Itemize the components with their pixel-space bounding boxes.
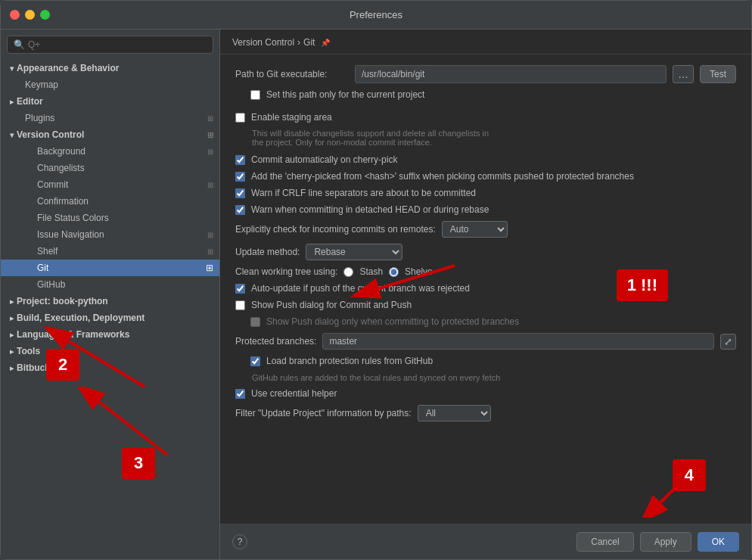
shelve-radio[interactable] [389, 267, 399, 277]
update-method-dropdown[interactable]: Rebase Merge Branch Default [306, 244, 402, 260]
show-push-protected-checkbox[interactable] [250, 317, 260, 327]
protected-branches-input[interactable] [322, 333, 714, 350]
sidebar-item-git[interactable]: Git ⊞ [1, 260, 219, 276]
filter-update-label: Filter "Update Project" information by p… [235, 408, 412, 418]
sidebar-item-languages[interactable]: ▸Languages & Frameworks [1, 326, 219, 343]
background-icon: ⊞ [207, 148, 213, 156]
bottom-bar: ? Cancel Apply OK [220, 524, 751, 559]
ok-button[interactable]: OK [698, 532, 739, 552]
commit-cherry-pick-checkbox[interactable] [235, 155, 245, 165]
plugins-icon: ⊞ [207, 114, 213, 123]
path-browse-button[interactable]: … [673, 65, 694, 83]
cherry-pick-suffix-row: Add the 'cherry-picked from <hash>' suff… [235, 171, 736, 182]
show-push-dialog-row: Show Push dialog for Commit and Push [235, 300, 736, 310]
warn-crlf-label[interactable]: Warn if CRLF line separators are about t… [251, 188, 476, 198]
breadcrumb: Version Control › Git 📌 [220, 30, 751, 54]
staging-note: This will disable changelists support an… [235, 129, 736, 147]
breadcrumb-separator: › [297, 37, 300, 48]
use-credential-checkbox[interactable] [235, 389, 245, 399]
show-push-protected-label[interactable]: Show Push dialog only when committing to… [266, 316, 519, 327]
sidebar-item-file-status-colors[interactable]: File Status Colors [1, 210, 219, 226]
help-button[interactable]: ? [232, 534, 247, 549]
warn-detached-label[interactable]: Warn when committing in detached HEAD or… [251, 204, 489, 215]
sidebar-item-build[interactable]: ▸Build, Execution, Deployment [1, 310, 219, 326]
commit-cherry-pick-row: Commit automatically on cherry-pick [235, 154, 736, 165]
sidebar-item-commit[interactable]: Commit ⊞ [1, 176, 219, 193]
sidebar-item-keymap[interactable]: Keymap [1, 76, 219, 93]
warn-crlf-row: Warn if CRLF line separators are about t… [235, 188, 736, 198]
update-method-row: Update method: Rebase Merge Branch Defau… [235, 244, 736, 260]
apply-button[interactable]: Apply [640, 532, 691, 552]
filter-update-dropdown[interactable]: All Changed New [418, 405, 491, 422]
sidebar-item-project[interactable]: ▸Project: book-python [1, 293, 219, 310]
sidebar: 🔍 ▾Appearance & Behavior Keymap ▸Editor … [1, 30, 220, 559]
commit-icon: ⊞ [207, 181, 213, 189]
github-rules-note: GitHub rules are added to the local rule… [235, 372, 736, 384]
search-icon: 🔍 [14, 39, 25, 50]
commit-cherry-pick-label[interactable]: Commit automatically on cherry-pick [251, 154, 397, 165]
cancel-button[interactable]: Cancel [576, 532, 633, 552]
path-label: Path to Git executable: [235, 69, 349, 79]
show-push-dialog-checkbox[interactable] [235, 300, 245, 310]
path-input[interactable] [355, 65, 667, 83]
set-path-label[interactable]: Set this path only for the current proje… [266, 89, 424, 100]
sidebar-item-appearance[interactable]: ▾Appearance & Behavior [1, 60, 219, 76]
cherry-pick-suffix-checkbox[interactable] [235, 172, 245, 182]
minimize-button[interactable] [25, 10, 35, 20]
enable-staging-row: Enable staging area [235, 112, 736, 123]
auto-update-checkbox[interactable] [235, 284, 245, 294]
sidebar-item-tools[interactable]: ▸Tools [1, 343, 219, 359]
protected-branches-row: Protected branches: ⤢ [235, 333, 736, 350]
sidebar-item-shelf[interactable]: Shelf ⊞ [1, 243, 219, 260]
sidebar-item-changelists[interactable]: Changelists [1, 160, 219, 176]
set-path-checkbox[interactable] [250, 90, 260, 100]
protected-expand-button[interactable]: ⤢ [720, 334, 736, 350]
sidebar-item-version-control[interactable]: ▾Version Control ⊞ [1, 126, 219, 143]
title-bar: Preferences [1, 1, 751, 30]
use-credential-label[interactable]: Use credential helper [251, 388, 337, 399]
stash-radio[interactable] [343, 267, 353, 277]
sidebar-item-editor[interactable]: ▸Editor [1, 93, 219, 110]
close-button[interactable] [10, 10, 20, 20]
incoming-commits-row: Explicitly check for incoming commits on… [235, 221, 736, 238]
version-control-icon: ⊞ [207, 131, 213, 139]
use-credential-row: Use credential helper [235, 388, 736, 399]
enable-staging-checkbox[interactable] [235, 113, 245, 123]
stash-label[interactable]: Stash [359, 266, 383, 277]
maximize-button[interactable] [40, 10, 50, 20]
breadcrumb-version-control: Version Control [232, 37, 294, 48]
show-push-protected-row: Show Push dialog only when committing to… [235, 316, 736, 327]
sidebar-item-github[interactable]: GitHub [1, 276, 219, 293]
pin-icon: 📌 [321, 39, 330, 47]
warn-detached-row: Warn when committing in detached HEAD or… [235, 204, 736, 215]
breadcrumb-git: Git [303, 37, 315, 48]
warn-detached-checkbox[interactable] [235, 205, 245, 215]
search-box[interactable]: 🔍 [7, 36, 213, 54]
git-path-row: Path to Git executable: … Test [235, 65, 736, 83]
shelve-label[interactable]: Shelve [405, 266, 433, 277]
sidebar-item-plugins[interactable]: Plugins ⊞ [1, 110, 219, 126]
sidebar-item-background[interactable]: Background ⊞ [1, 143, 219, 160]
test-button[interactable]: Test [700, 65, 736, 83]
protected-branches-label: Protected branches: [235, 336, 316, 347]
sidebar-item-bitbucket[interactable]: ▸Bitbucket.org [1, 359, 219, 376]
incoming-commits-label: Explicitly check for incoming commits on… [235, 224, 436, 235]
load-branch-protection-row: Load branch protection rules from GitHub [235, 356, 736, 366]
preferences-window: Preferences 🔍 ▾Appearance & Behavior Key… [0, 0, 752, 560]
update-method-label: Update method: [235, 247, 300, 257]
issue-nav-icon: ⊞ [207, 231, 213, 239]
auto-update-label[interactable]: Auto-update if push of the current branc… [251, 283, 470, 294]
enable-staging-label[interactable]: Enable staging area [251, 112, 332, 123]
load-branch-protection-checkbox[interactable] [250, 356, 260, 366]
filter-update-row: Filter "Update Project" information by p… [235, 405, 736, 422]
set-path-row: Set this path only for the current proje… [235, 89, 736, 100]
incoming-commits-dropdown[interactable]: Auto Always Never [442, 221, 508, 238]
cherry-pick-suffix-label[interactable]: Add the 'cherry-picked from <hash>' suff… [251, 171, 634, 182]
sidebar-item-confirmation[interactable]: Confirmation [1, 193, 219, 210]
window-title: Preferences [350, 9, 402, 20]
warn-crlf-checkbox[interactable] [235, 188, 245, 198]
sidebar-item-issue-navigation[interactable]: Issue Navigation ⊞ [1, 226, 219, 243]
search-input[interactable] [28, 39, 207, 50]
show-push-dialog-label[interactable]: Show Push dialog for Commit and Push [251, 300, 412, 310]
load-branch-protection-label[interactable]: Load branch protection rules from GitHub [266, 356, 433, 366]
